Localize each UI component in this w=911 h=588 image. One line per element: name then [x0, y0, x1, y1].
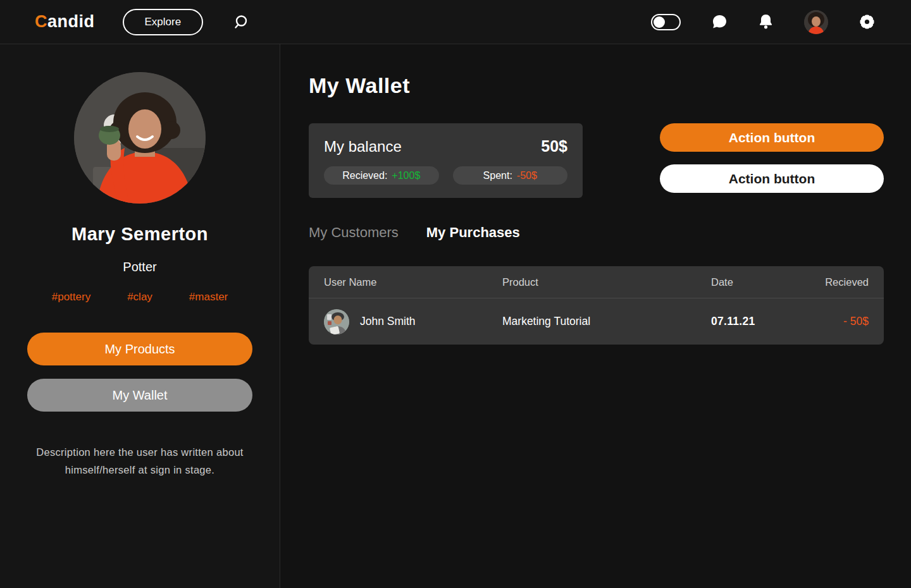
search-icon[interactable] — [232, 14, 249, 30]
received-pill: Recieved: +100$ — [324, 166, 439, 185]
theme-toggle[interactable] — [651, 14, 681, 30]
tab-my-purchases[interactable]: My Purchases — [426, 224, 520, 241]
header-date: Date — [711, 276, 793, 288]
row-date: 07.11.21 — [711, 315, 793, 328]
header-product: Product — [502, 276, 711, 288]
my-wallet-button[interactable]: My Wallet — [27, 379, 252, 412]
profile-tags: #pottery #clay #master — [0, 291, 280, 303]
profile-sidebar: Mary Semerton Potter #pottery #clay #mas… — [0, 44, 280, 588]
profile-name: Mary Semerton — [0, 224, 280, 245]
row-user-name: John Smith — [360, 315, 416, 328]
gear-icon[interactable] — [858, 13, 876, 30]
toggle-knob — [654, 16, 665, 28]
profile-photo — [74, 72, 206, 204]
balance-label: My balance — [324, 138, 402, 156]
row-user-avatar — [324, 309, 349, 334]
action-button-secondary[interactable]: Action button — [660, 164, 884, 193]
table-row[interactable]: John Smith Marketing Tutorial 07.11.21 -… — [309, 298, 884, 345]
spent-label: Spent: — [483, 170, 512, 181]
spent-pill: Spent: -50$ — [453, 166, 568, 185]
balance-card: My balance 50$ Recieved: +100$ Spent: -5… — [309, 123, 583, 198]
tag-pottery[interactable]: #pottery — [52, 291, 90, 303]
received-value: +100$ — [392, 170, 420, 181]
user-avatar[interactable] — [804, 10, 828, 34]
bell-icon[interactable] — [758, 13, 774, 30]
logo-rest: andid — [47, 12, 95, 31]
spent-value: -50$ — [517, 170, 537, 181]
action-button-primary[interactable]: Action button — [660, 123, 884, 152]
received-label: Recieved: — [342, 170, 387, 181]
logo-letter: C — [35, 12, 47, 31]
header-user-name: User Name — [324, 276, 502, 288]
tag-master[interactable]: #master — [189, 291, 228, 303]
chat-icon[interactable] — [711, 14, 728, 30]
tag-clay[interactable]: #clay — [127, 291, 152, 303]
profile-description: Description here the user has written ab… — [29, 443, 251, 479]
my-products-button[interactable]: My Products — [27, 333, 252, 365]
top-bar: Candid Explore — [0, 0, 911, 44]
wallet-main: My Wallet My balance 50$ Recieved: +100$… — [281, 44, 911, 588]
table-header: User Name Product Date Recieved — [309, 266, 884, 298]
explore-button[interactable]: Explore — [123, 9, 204, 35]
balance-row: My balance 50$ Recieved: +100$ Spent: -5… — [309, 123, 884, 198]
wallet-tabs: My Customers My Purchases — [309, 224, 884, 241]
topbar-actions — [651, 10, 876, 34]
tab-my-customers[interactable]: My Customers — [309, 224, 399, 241]
row-product: Marketing Tutorial — [502, 315, 711, 328]
header-received: Recieved — [793, 276, 869, 288]
app-logo[interactable]: Candid — [35, 12, 95, 32]
profile-role: Potter — [0, 260, 280, 274]
action-buttons: Action button Action button — [660, 123, 884, 193]
purchases-table: User Name Product Date Recieved — [309, 266, 884, 345]
row-received: - 50$ — [793, 315, 869, 328]
page-title: My Wallet — [309, 73, 884, 98]
balance-amount: 50$ — [541, 137, 567, 156]
